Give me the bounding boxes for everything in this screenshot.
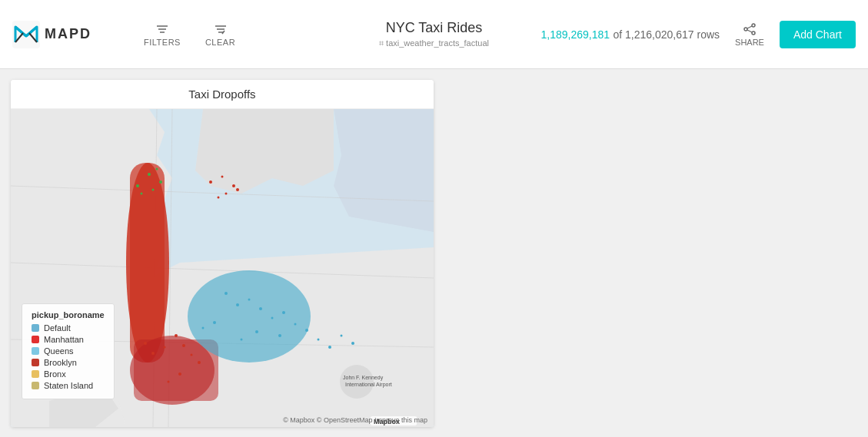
legend-items: Default Manhattan Queens Brooklyn Bronx … <box>32 323 105 390</box>
svg-point-27 <box>159 180 162 184</box>
svg-text:John F. Kennedy: John F. Kennedy <box>343 375 384 381</box>
filters-button[interactable]: FILTERS <box>138 19 187 50</box>
dashboard-title: NYC Taxi Rides <box>379 20 489 36</box>
svg-point-58 <box>178 372 181 376</box>
svg-line-15 <box>747 26 752 28</box>
map-card-title: Taxi Dropoffs <box>11 80 434 109</box>
svg-point-33 <box>188 270 311 363</box>
legend-item: Queens <box>32 346 105 356</box>
header-center: NYC Taxi Rides ⌗ taxi_weather_tracts_fac… <box>379 20 489 48</box>
svg-point-56 <box>191 354 193 356</box>
svg-point-45 <box>318 339 320 341</box>
share-icon <box>743 22 757 36</box>
share-label: SHARE <box>735 38 764 47</box>
map-attribution: © Mapbox © OpenStreetMap Improve this ma… <box>283 416 427 424</box>
svg-point-63 <box>225 193 228 195</box>
svg-point-64 <box>236 188 239 191</box>
subtitle-text: taxi_weather_tracts_factual <box>386 38 489 48</box>
mapd-logo-icon <box>12 21 40 48</box>
row-count-display: 1,189,269,181 of 1,216,020,617 rows <box>541 28 720 41</box>
legend-item-label: Staten Island <box>44 381 93 390</box>
legend-item-label: Queens <box>44 346 74 356</box>
header-left-tools: FILTERS CLEAR <box>138 19 241 50</box>
map-legend: pickup_boroname Default Manhattan Queens… <box>22 303 115 399</box>
svg-point-52 <box>151 352 155 355</box>
legend-item: Staten Island <box>32 381 105 390</box>
svg-point-34 <box>224 292 228 295</box>
filters-label: FILTERS <box>144 38 181 47</box>
svg-point-54 <box>175 334 178 337</box>
header: MAPD FILTERS CLEAR <box>0 0 868 69</box>
header-right: 1,189,269,181 of 1,216,020,617 rows SHAR… <box>541 21 856 48</box>
filter-icon <box>155 22 169 36</box>
svg-point-53 <box>164 346 166 349</box>
svg-point-51 <box>144 342 147 345</box>
svg-point-47 <box>341 335 343 337</box>
subtitle-icon: ⌗ <box>379 38 386 48</box>
clear-label: CLEAR <box>205 38 235 47</box>
svg-point-36 <box>248 299 251 301</box>
svg-point-55 <box>182 344 185 347</box>
share-button[interactable]: SHARE <box>735 22 764 47</box>
legend-item-label: Bronx <box>44 369 66 379</box>
legend-item-label: Brooklyn <box>44 358 77 367</box>
svg-point-35 <box>236 303 239 306</box>
legend-color-dot <box>32 324 39 332</box>
svg-point-42 <box>255 330 258 333</box>
svg-point-37 <box>259 307 262 310</box>
svg-point-65 <box>218 197 220 199</box>
legend-item: Manhattan <box>32 335 105 344</box>
legend-color-dot <box>32 347 39 355</box>
add-chart-button[interactable]: Add Chart <box>780 21 856 48</box>
svg-point-48 <box>351 342 354 345</box>
map-card: Taxi Dropoffs <box>11 80 434 427</box>
svg-point-38 <box>271 317 274 319</box>
rows-total-text: of 1,216,020,617 rows <box>614 28 720 41</box>
legend-color-dot <box>32 382 39 389</box>
svg-point-50 <box>202 327 205 329</box>
legend-item: Bronx <box>32 369 105 379</box>
legend-color-dot <box>32 359 39 366</box>
svg-point-61 <box>221 176 224 178</box>
legend-item: Default <box>32 323 105 333</box>
svg-point-29 <box>152 189 155 191</box>
map-container[interactable]: John F. Kennedy International Airport Ma… <box>11 109 434 427</box>
rows-highlighted-count: 1,189,269,181 <box>541 28 610 41</box>
svg-point-43 <box>241 339 243 341</box>
svg-point-59 <box>168 381 170 383</box>
svg-point-30 <box>156 168 158 170</box>
clear-icon <box>214 22 228 36</box>
svg-rect-24 <box>130 163 165 363</box>
svg-point-25 <box>136 184 139 187</box>
legend-item-label: Manhattan <box>44 335 84 344</box>
legend-item: Brooklyn <box>32 358 105 367</box>
svg-point-14 <box>752 31 755 35</box>
svg-point-41 <box>305 329 308 332</box>
dashboard-subtitle: ⌗ taxi_weather_tracts_factual <box>379 38 489 48</box>
svg-point-40 <box>294 323 297 326</box>
logo-text: MAPD <box>45 26 91 42</box>
legend-item-label: Default <box>44 323 71 333</box>
svg-point-60 <box>209 180 212 184</box>
clear-button[interactable]: CLEAR <box>199 19 241 50</box>
svg-line-16 <box>747 30 752 32</box>
svg-point-44 <box>278 334 281 337</box>
legend-title: pickup_boroname <box>32 310 105 319</box>
svg-point-39 <box>282 311 285 314</box>
svg-text:International Airport: International Airport <box>345 382 392 388</box>
svg-point-12 <box>752 24 755 27</box>
legend-color-dot <box>32 336 39 343</box>
svg-point-62 <box>232 184 235 187</box>
svg-point-13 <box>744 28 747 31</box>
logo-area: MAPD <box>12 21 91 48</box>
legend-color-dot <box>32 370 39 378</box>
main-content: Taxi Dropoffs <box>0 69 868 437</box>
svg-point-28 <box>141 193 143 195</box>
svg-point-49 <box>213 321 216 324</box>
svg-point-26 <box>148 173 151 176</box>
svg-point-57 <box>198 361 201 364</box>
svg-point-46 <box>328 346 331 349</box>
